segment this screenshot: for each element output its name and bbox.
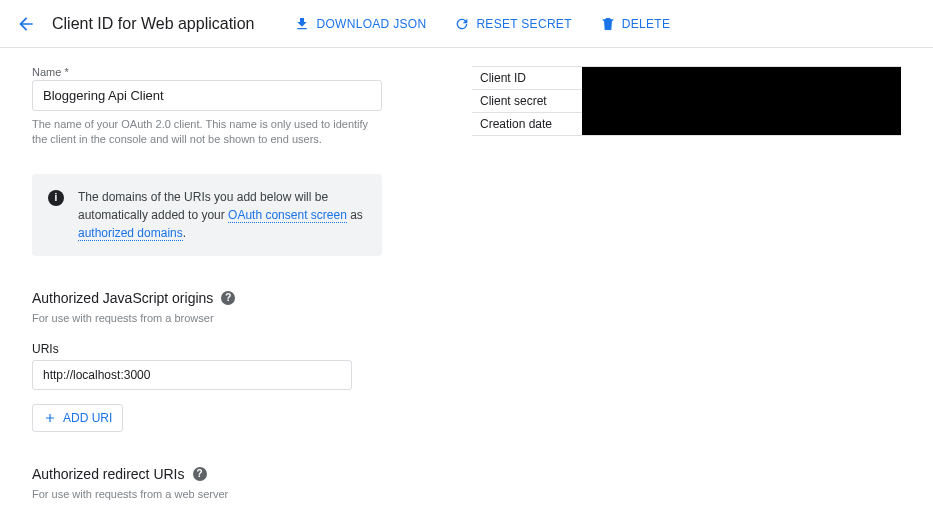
redacted-values <box>582 67 901 136</box>
info-mid: as <box>347 208 363 222</box>
name-help: The name of your OAuth 2.0 client. This … <box>32 117 382 148</box>
content: Name * The name of your OAuth 2.0 client… <box>0 48 933 506</box>
download-label: DOWNLOAD JSON <box>316 17 426 31</box>
top-actions: DOWNLOAD JSON RESET SECRET DELETE <box>294 16 670 32</box>
top-bar: Client ID for Web application DOWNLOAD J… <box>0 0 933 48</box>
info-icon: i <box>48 190 64 206</box>
add-js-uri-label: ADD URI <box>63 411 112 425</box>
page-title: Client ID for Web application <box>52 15 254 33</box>
reset-label: RESET SECRET <box>476 17 571 31</box>
js-origins-title-text: Authorized JavaScript origins <box>32 290 213 306</box>
left-column: Name * The name of your OAuth 2.0 client… <box>32 66 392 506</box>
arrow-left-icon <box>16 14 36 34</box>
js-uris-label: URIs <box>32 342 392 356</box>
oauth-consent-link[interactable]: OAuth consent screen <box>228 208 347 223</box>
redirect-uris-title-text: Authorized redirect URIs <box>32 466 185 482</box>
help-icon[interactable]: ? <box>193 467 207 481</box>
js-uri-input[interactable] <box>32 360 352 390</box>
redirect-uris-title: Authorized redirect URIs ? <box>32 466 392 482</box>
help-icon[interactable]: ? <box>221 291 235 305</box>
info-suffix: . <box>183 226 186 240</box>
js-origins-sub: For use with requests from a browser <box>32 312 392 324</box>
client-secret-label: Client secret <box>472 90 582 113</box>
creation-date-label: Creation date <box>472 113 582 136</box>
client-details-table: Client ID Client secret Creation date <box>472 66 901 136</box>
client-id-label: Client ID <box>472 67 582 90</box>
reset-secret-button[interactable]: RESET SECRET <box>454 16 571 32</box>
redirect-uris-section: Authorized redirect URIs ? For use with … <box>32 466 392 506</box>
authorized-domains-link[interactable]: authorized domains <box>78 226 183 241</box>
info-box: i The domains of the URIs you add below … <box>32 174 382 256</box>
name-label: Name * <box>32 66 392 78</box>
info-text: The domains of the URIs you add below wi… <box>78 188 366 242</box>
back-button[interactable] <box>12 10 40 38</box>
redirect-uris-sub: For use with requests from a web server <box>32 488 392 500</box>
table-row: Client ID <box>472 67 901 90</box>
refresh-icon <box>454 16 470 32</box>
js-origins-title: Authorized JavaScript origins ? <box>32 290 392 306</box>
delete-button[interactable]: DELETE <box>600 16 670 32</box>
name-input[interactable] <box>32 80 382 111</box>
delete-label: DELETE <box>622 17 670 31</box>
plus-icon <box>43 411 57 425</box>
download-json-button[interactable]: DOWNLOAD JSON <box>294 16 426 32</box>
js-origins-section: Authorized JavaScript origins ? For use … <box>32 290 392 432</box>
right-column: Client ID Client secret Creation date <box>472 66 901 506</box>
add-js-uri-button[interactable]: ADD URI <box>32 404 123 432</box>
trash-icon <box>600 16 616 32</box>
download-icon <box>294 16 310 32</box>
